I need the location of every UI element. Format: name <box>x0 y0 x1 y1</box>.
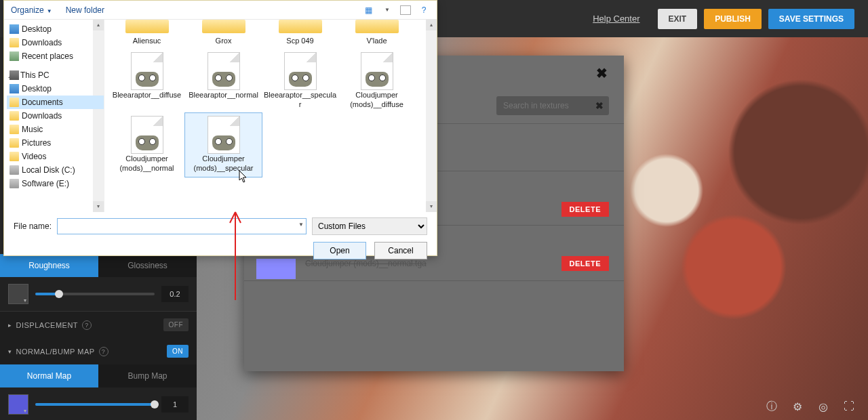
tab-normal-map[interactable]: Normal Map <box>0 364 98 387</box>
folder-item[interactable]: Aliensuc <box>108 20 185 49</box>
camera-icon[interactable]: ◎ <box>816 400 830 413</box>
file-item[interactable]: Bleearaptor__diffuse <box>108 49 185 113</box>
file-item[interactable]: Bleearaptor__specular <box>262 49 338 113</box>
normal-swatch[interactable]: ▾ <box>8 394 28 415</box>
help-icon[interactable]: ? <box>418 4 430 16</box>
nav-pc-pictures[interactable]: Pictures <box>7 136 104 150</box>
file-item-selected[interactable]: Cloudjumper (mods)__specular <box>185 113 262 177</box>
section-displacement[interactable]: ▸DISPLACEMENT? OFF <box>0 312 197 338</box>
dialog-nav-tree: ▴▾ Desktop Downloads Recent places ◢This… <box>4 20 104 212</box>
viewport-tools: ⓘ ⚙ ◎ ⛶ <box>765 400 856 413</box>
preview-pane-icon[interactable] <box>400 5 411 15</box>
nav-local-disk-c[interactable]: Local Disk (C:) <box>7 163 104 177</box>
close-icon[interactable]: ✖ <box>596 65 608 81</box>
nav-recent[interactable]: Recent places <box>7 49 104 63</box>
delete-texture-button[interactable]: DELETE <box>561 256 609 271</box>
folder-item[interactable]: V'lade <box>338 20 415 49</box>
displacement-toggle[interactable]: OFF <box>163 318 189 331</box>
roughness-value[interactable]: 0.2 <box>161 286 189 302</box>
normal-slider[interactable] <box>35 403 155 406</box>
folder-item[interactable]: Scp 049 <box>262 20 338 49</box>
tab-bump-map[interactable]: Bump Map <box>98 364 197 387</box>
exit-button[interactable]: EXIT <box>658 9 698 29</box>
help-icon[interactable]: ? <box>99 347 108 356</box>
info-icon[interactable]: ⓘ <box>765 400 778 413</box>
nav-software-e[interactable]: Software (E:) <box>7 177 104 190</box>
filename-dropdown-icon[interactable]: ▼ <box>298 222 304 228</box>
nav-pc-desktop[interactable]: Desktop <box>7 82 104 96</box>
new-folder-button[interactable]: New folder <box>66 5 104 15</box>
file-item[interactable]: Cloudjumper (mods)__normal <box>108 113 185 177</box>
files-scrollbar[interactable]: ▴▾ <box>426 20 437 212</box>
publish-button[interactable]: PUBLISH <box>704 9 762 29</box>
file-filter-select[interactable]: Custom Files <box>312 217 427 235</box>
file-item[interactable]: Cloudjumper (mods)__diffuse <box>338 49 415 113</box>
cancel-button[interactable]: Cancel <box>374 242 427 259</box>
delete-texture-button[interactable]: DELETE <box>561 202 609 217</box>
clear-search-icon[interactable]: ✖ <box>595 100 604 111</box>
nav-pc-videos[interactable]: Videos <box>7 150 104 163</box>
dialog-toolbar: Organize▼ New folder ▦ ▼ ? <box>4 1 437 20</box>
roughness-swatch[interactable]: ▾ <box>8 284 28 304</box>
normal-value[interactable]: 1 <box>161 396 189 413</box>
displacement-label: DISPLACEMENT <box>16 321 79 329</box>
view-mode-icon[interactable]: ▦ <box>362 4 374 16</box>
help-center-link[interactable]: Help Center <box>593 14 639 24</box>
help-icon[interactable]: ? <box>82 320 92 330</box>
file-open-dialog: Organize▼ New folder ▦ ▼ ? ▴▾ Desktop Do… <box>3 0 437 256</box>
section-normal-bump[interactable]: ▾NORMAL/BUMP MAP? ON <box>0 338 197 364</box>
filename-input[interactable] <box>57 218 307 234</box>
nav-this-pc[interactable]: ◢This PC <box>7 68 104 82</box>
fullscreen-icon[interactable]: ⛶ <box>842 400 856 413</box>
nav-pc-music[interactable]: Music <box>7 123 104 136</box>
organize-menu[interactable]: Organize▼ <box>11 5 52 15</box>
texture-search-input[interactable] <box>496 96 609 115</box>
nav-desktop[interactable]: Desktop <box>7 22 104 36</box>
folder-item[interactable]: Grox <box>185 20 262 49</box>
dialog-file-grid: ▴▾ Aliensuc Grox Scp 049 V'lade Bleearap… <box>104 20 437 212</box>
filename-label: File name: <box>14 222 52 231</box>
file-item[interactable]: Bleearaptor__normal <box>185 49 262 113</box>
settings-icon[interactable]: ⚙ <box>791 400 804 413</box>
view-dropdown-icon[interactable]: ▼ <box>381 4 393 16</box>
nav-pc-documents[interactable]: Documents <box>7 96 104 109</box>
open-button[interactable]: Open <box>313 242 366 259</box>
roughness-slider[interactable] <box>35 293 155 295</box>
material-side-panel: Roughness Glossiness ▾ 0.2 ▸DISPLACEMENT… <box>0 254 197 420</box>
normal-bump-toggle[interactable]: ON <box>167 345 189 358</box>
normal-bump-label: NORMAL/BUMP MAP <box>16 348 95 356</box>
save-settings-button[interactable]: SAVE SETTINGS <box>768 9 854 29</box>
nav-pc-downloads[interactable]: Downloads <box>7 109 104 123</box>
nav-downloads[interactable]: Downloads <box>7 36 104 49</box>
